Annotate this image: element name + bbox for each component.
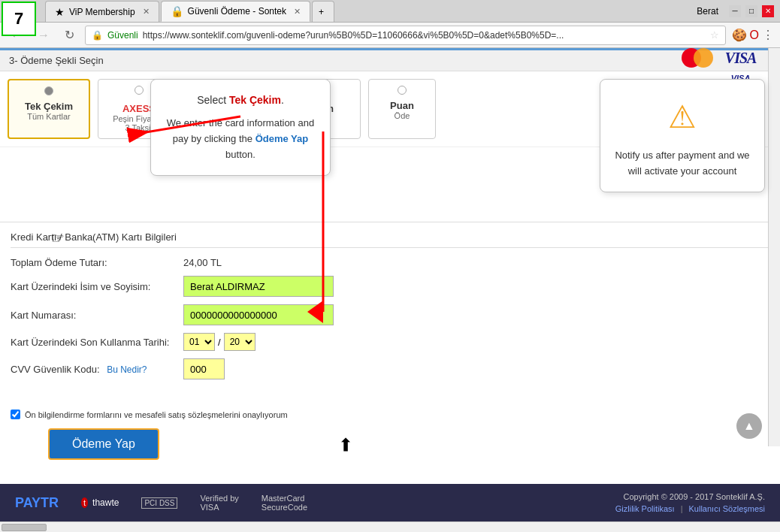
- submit-button[interactable]: Ödeme Yap: [48, 428, 159, 460]
- opera-icon[interactable]: O: [750, 28, 759, 42]
- title-bar: 7 ★ ViP Membership ✕ 🔒 Güvenli Ödeme - S…: [0, 0, 780, 23]
- form-row-number: Kart Numarası:: [11, 304, 769, 325]
- secure-label: Güvenli: [107, 30, 138, 41]
- footer: PAYTR t thawte PCI DSS Verified by VISA …: [0, 484, 780, 521]
- tab-favicon-payment: 🔒: [171, 5, 183, 17]
- label-number: Kart Numarası:: [11, 310, 183, 321]
- tab-vip[interactable]: ★ ViP Membership ✕: [45, 1, 159, 22]
- tooltip-highlight: Tek Çekim: [229, 94, 281, 106]
- input-cvv[interactable]: [183, 358, 225, 379]
- terms-checkbox[interactable]: [11, 410, 20, 419]
- mastercard-logo: [682, 48, 713, 68]
- tab-label-vip: ViP Membership: [69, 7, 135, 17]
- payment-section-title: 3- Ödeme Şekli Seçin: [9, 55, 104, 66]
- back-to-top-button[interactable]: ▲: [736, 413, 762, 439]
- footer-right: Copyright © 2009 - 2017 Sonteklif A.Ş. G…: [615, 492, 765, 513]
- pci-footer-badge: PCI DSS: [141, 497, 177, 509]
- step-number: 7: [2, 2, 36, 36]
- tooltip-prefix: Select: [197, 94, 229, 106]
- pci-footer: PCI DSS: [141, 497, 177, 509]
- tab-payment[interactable]: 🔒 Güvenli Ödeme - Sontek ✕: [161, 1, 310, 22]
- refresh-button[interactable]: ↻: [60, 26, 79, 44]
- tooltip-notify: ⚠ Notify us after payment and we will ac…: [600, 79, 765, 192]
- browser-title: Berat: [697, 6, 718, 17]
- select-month[interactable]: 01020304 05060708 09101112: [183, 333, 215, 351]
- verified-visa-label: Verified by VISA: [200, 494, 238, 512]
- copyright-text: Copyright © 2009 - 2017 Sonteklif A.Ş.: [615, 492, 765, 501]
- radio-puan[interactable]: [398, 86, 407, 95]
- visa-logo: VISA: [725, 50, 757, 67]
- tooltip-dot: .: [281, 94, 284, 106]
- tab-favicon-vip: ★: [55, 6, 65, 18]
- payment-options-wrapper: Tek Çekim Tüm Kartlar AXESS Peşin Fiyatı…: [0, 71, 780, 222]
- radio-axess[interactable]: [135, 86, 144, 95]
- bottom-scrollbar[interactable]: [0, 521, 780, 532]
- tek-cekim-label: Tek Çekim: [20, 101, 78, 112]
- verified-visa-footer: Verified by VISA: [200, 494, 238, 512]
- page-content: 3- Ödeme Şekli Seçin Tek Çekim Tüm Kartl…: [0, 48, 780, 484]
- label-name: Kart Üzerindeki İsim ve Soyisim:: [11, 281, 183, 292]
- minimize-button[interactable]: ─: [729, 5, 741, 17]
- address-bar[interactable]: 🔒 Güvenli https://www.sonteklif.com/guve…: [85, 26, 726, 45]
- tab-close-vip[interactable]: ✕: [143, 7, 150, 17]
- nav-right-icons: 🍪 O ⋮: [732, 28, 774, 42]
- form-row-name: Kart Üzerindeki İsim ve Soyisim: VISA Ma…: [11, 276, 769, 297]
- form-row-cvv: CVV Güvenlik Kodu: Bu Nedir?: [11, 358, 769, 379]
- mastercard-secure-label: MasterCard SecureCode: [262, 494, 307, 512]
- address-text: https://www.sonteklif.com/guvenli-odeme?…: [143, 30, 706, 41]
- tab-bar: ★ ViP Membership ✕ 🔒 Güvenli Ödeme - Son…: [45, 0, 334, 22]
- puan-sub: Öde: [379, 111, 425, 120]
- arrow-down-overlay: [286, 131, 376, 327]
- value-total: 24,00 TL: [183, 257, 222, 268]
- tek-cekim-sub: Tüm Kartlar: [20, 112, 78, 121]
- cursor-arrow-icon: ⬇: [338, 434, 353, 455]
- thawte-footer-label: thawte: [92, 497, 119, 508]
- form-row-expiry: Kart Üzerindeki Son Kullanma Tarihi: 010…: [11, 333, 769, 351]
- thawte-circle-icon: t: [81, 497, 88, 508]
- payment-option-puan[interactable]: Puan Öde: [368, 79, 436, 139]
- terms-label: Ön bilgilendirme formlarını ve mesafeli …: [25, 410, 288, 421]
- cookie-icon[interactable]: 🍪: [732, 28, 747, 42]
- label-expiry: Kart Üzerindeki Son Kullanma Tarihi:: [11, 337, 183, 348]
- submit-area: Ön bilgilendirme formlarını ve mesafeli …: [0, 396, 780, 466]
- payment-option-tek-cekim[interactable]: Tek Çekim Tüm Kartlar: [8, 79, 90, 139]
- tab-new[interactable]: +: [312, 1, 334, 22]
- scrollbar-thumb[interactable]: [2, 524, 47, 531]
- select-year[interactable]: 20212223 24252627: [224, 333, 255, 351]
- browser-window: 7 ★ ViP Membership ✕ 🔒 Güvenli Ödeme - S…: [0, 0, 780, 532]
- link-separator: |: [681, 504, 683, 513]
- maximize-button[interactable]: □: [745, 5, 757, 17]
- privacy-link[interactable]: Gizlilik Politikası: [615, 504, 675, 513]
- tooltip-notify-body: Notify us after payment and we will acti…: [612, 148, 752, 180]
- card-info-section: Kredi Kartı / Banka(ATM) Kartı Bilgileri…: [0, 222, 780, 396]
- submit-button-wrapper: Ödeme Yap: [48, 428, 769, 460]
- cursor-hand-icon: ☞: [51, 229, 65, 247]
- nav-bar: ← → ↻ 🔒 Güvenli https://www.sonteklif.co…: [0, 23, 780, 48]
- footer-links: Gizlilik Politikası | Kullanıcı Sözleşme…: [615, 504, 765, 513]
- date-separator: /: [218, 337, 221, 348]
- label-total: Toplam Ödeme Tutarı:: [11, 257, 183, 268]
- card-section-title: Kredi Kartı / Banka(ATM) Kartı Bilgileri: [11, 231, 769, 248]
- radio-tek-cekim[interactable]: [44, 86, 53, 95]
- thawte-footer: t thawte: [81, 497, 119, 508]
- form-row-total: Toplam Ödeme Tutarı: 24,00 TL: [11, 257, 769, 268]
- close-button[interactable]: ✕: [762, 5, 774, 17]
- payment-section-header: 3- Ödeme Şekli Seçin: [0, 48, 780, 71]
- terms-link[interactable]: Kullanıcı Sözleşmesi: [689, 504, 766, 513]
- cvv-help-link[interactable]: Bu Nedir?: [107, 364, 147, 375]
- card-logos-row1: VISA: [682, 48, 762, 68]
- tab-close-payment[interactable]: ✕: [294, 7, 301, 17]
- tab-label-payment: Güvenli Ödeme - Sontek: [188, 6, 286, 17]
- paytr-logo: PAYTR: [15, 495, 59, 511]
- warning-icon: ⚠: [612, 92, 752, 142]
- tooltip-title: Select Tek Çekim.: [163, 92, 318, 108]
- puan-label: Puan: [379, 100, 425, 111]
- scrollbar[interactable]: [768, 48, 780, 446]
- title-bar-controls: Berat ─ □ ✕: [697, 5, 774, 17]
- mastercard-secure-footer: MasterCard SecureCode: [262, 494, 307, 512]
- menu-icon[interactable]: ⋮: [762, 28, 774, 42]
- checkbox-row: Ön bilgilendirme formlarını ve mesafeli …: [11, 410, 769, 421]
- forward-button[interactable]: →: [33, 27, 54, 44]
- label-cvv: CVV Güvenlik Kodu: Bu Nedir?: [11, 364, 183, 375]
- star-icon[interactable]: ☆: [710, 29, 719, 41]
